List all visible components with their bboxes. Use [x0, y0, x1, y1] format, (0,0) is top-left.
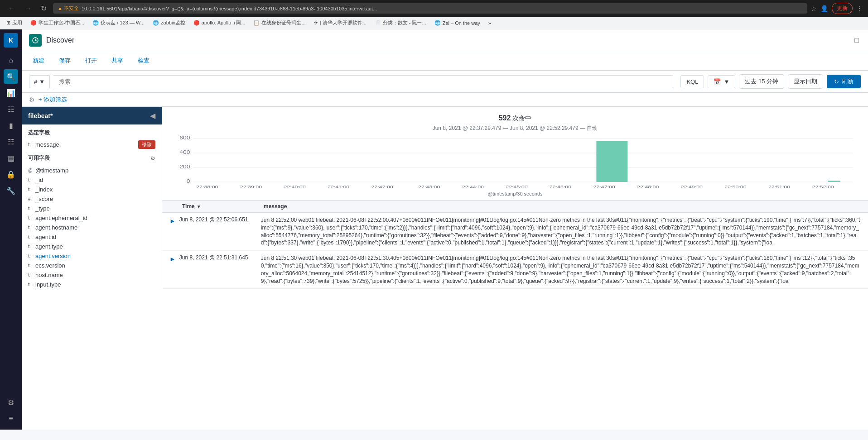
kibana-topbar: Discover □ — [22, 29, 868, 51]
sidenav-devtools[interactable]: 🔧 — [4, 183, 18, 198]
table-row: ► Jun 8, 2021 @ 22:51:31.645 Jun 8 22:51… — [162, 251, 868, 289]
field-name-index: _index — [35, 186, 155, 193]
bookmark-8[interactable]: 🌐 Zal – On the way — [432, 19, 483, 27]
topbar-icon-btn[interactable]: □ — [853, 34, 861, 46]
field-type-id: t — [28, 177, 33, 182]
svg-text:0: 0 — [187, 179, 190, 184]
field-type-ecs: t — [28, 263, 33, 268]
histogram-title: 592 次命中 — [171, 114, 859, 123]
back-button[interactable]: ← — [5, 4, 18, 14]
sidenav-canvas[interactable]: ▮ — [4, 118, 18, 133]
sidenav-security[interactable]: 🔒 — [4, 167, 18, 182]
result-timestamp: Jun 8, 2021 @ 22:51:31.645 — [179, 254, 261, 261]
refresh-button[interactable]: ↻ 刷新 — [827, 75, 861, 88]
inspect-button[interactable]: 检查 — [134, 55, 153, 67]
share-button[interactable]: 共享 — [108, 55, 127, 67]
col-message-header[interactable]: message — [264, 203, 861, 210]
more-bookmarks[interactable]: » — [486, 19, 494, 27]
available-field-index[interactable]: t _index — [22, 185, 162, 194]
available-fields-settings-icon[interactable]: ⚙ — [150, 155, 155, 162]
search-input[interactable] — [53, 75, 673, 88]
search-type-symbol: # — [34, 78, 37, 85]
kibana-logo[interactable]: K — [4, 33, 18, 48]
kql-button[interactable]: KQL — [680, 75, 704, 88]
sidenav-discover[interactable]: 🔍 — [4, 69, 18, 84]
apps-bookmark[interactable]: ⊞ 应用 — [4, 19, 25, 27]
sidenav-metrics[interactable]: ▤ — [4, 151, 18, 165]
sidenav-maps[interactable]: ☷ — [4, 134, 18, 149]
expand-row-button[interactable]: ► — [169, 254, 176, 263]
search-type-button[interactable]: # ▼ — [29, 75, 50, 88]
available-field-timestamp[interactable]: @ @timestamp — [22, 166, 162, 175]
expand-row-button[interactable]: ► — [169, 216, 176, 225]
sidenav-visualize[interactable]: 📊 — [4, 86, 18, 100]
searchbar: # ▼ KQL 📅 ▼ 过去 15 分钟 显示日期 ↻ 刷新 — [22, 71, 868, 93]
bookmark-2[interactable]: 🌐 仪表盘 ‹ 123 — W... — [90, 19, 147, 27]
sort-arrow-icon: ▼ — [197, 204, 201, 209]
available-field-agent-id[interactable]: t agent.id — [22, 232, 162, 242]
table-row: ► Jun 8, 2021 @ 22:52:06.651 Jun 8 22:52… — [162, 213, 868, 251]
field-type-timestamp: @ — [28, 168, 33, 173]
field-name-agent-version: agent.version — [35, 253, 155, 259]
available-field-score[interactable]: # _score — [22, 194, 162, 204]
forward-button[interactable]: → — [22, 4, 34, 14]
available-field-agent-type[interactable]: t agent.type — [22, 242, 162, 251]
svg-text:22:41:00: 22:41:00 — [328, 185, 349, 189]
hit-count: 592 — [499, 114, 511, 122]
col-time-header[interactable]: Time ▼ — [182, 203, 264, 210]
add-filter-button[interactable]: + 添加筛选 — [39, 96, 67, 104]
reload-button[interactable]: ↻ — [38, 3, 49, 14]
available-field-host-name[interactable]: t host.name — [22, 270, 162, 280]
available-field-agent-version[interactable]: t agent.version — [22, 251, 162, 261]
date-picker-button[interactable]: 📅 ▼ — [708, 75, 735, 88]
menu-dots-button[interactable]: ⋮ — [856, 5, 863, 12]
field-name-ephemeral-id: agent.ephemeral_id — [35, 215, 155, 221]
filter-settings-button[interactable]: ⚙ — [29, 96, 35, 103]
available-field-agent-ephemeral-id[interactable]: t agent.ephemeral_id — [22, 213, 162, 223]
bookmark-4[interactable]: 🔴 apollo: Apollo（阿... — [191, 19, 248, 27]
bookmark-3[interactable]: 🌐 zabbix监控 — [150, 19, 188, 27]
results-area[interactable]: Time ▼ message ► Jun 8, 2021 @ 22:52:06.… — [162, 201, 868, 430]
show-date-button[interactable]: 显示日期 — [788, 74, 823, 89]
bookmark-1[interactable]: 🔴 学生工作室-中国石... — [28, 19, 87, 27]
field-name-type: _type — [35, 205, 155, 212]
new-button[interactable]: 新建 — [29, 55, 48, 67]
field-type-agent-id: t — [28, 234, 33, 239]
refresh-label: 刷新 — [842, 77, 854, 86]
sidenav-home[interactable]: ⌂ — [4, 53, 18, 67]
field-name-host: host.name — [35, 272, 155, 278]
histogram-svg: 600 400 200 0 — [171, 136, 859, 190]
sidebar-collapse-button[interactable]: ◀ — [150, 111, 155, 120]
field-name-ecs-version: ecs.version — [35, 262, 155, 269]
bookmark-button[interactable]: ☆ — [811, 5, 817, 12]
selected-fields-title: 选定字段 — [22, 124, 162, 139]
discover-app-icon — [29, 34, 42, 47]
content-area: filebeat* ◀ 选定字段 t message 移除 可用字段 ⚙ @ — [22, 107, 868, 430]
histogram-container: 592 次命中 Jun 8, 2021 @ 22:37:29.479 — Jun… — [162, 107, 868, 201]
address-bar[interactable]: ▲ 不安全 10.0.0.161:5601/app/kibana#/discov… — [53, 3, 807, 14]
sidenav-settings[interactable]: ⚙ — [4, 395, 18, 410]
filterbar: ⚙ + 添加筛选 — [22, 93, 868, 107]
bookmark-6[interactable]: ✈ | 清华大学开源软件... — [311, 19, 369, 27]
open-button[interactable]: 打开 — [82, 55, 101, 67]
browser-actions: ☆ 👤 更新 ⋮ — [811, 3, 863, 14]
available-field-ecs-version[interactable]: t ecs.version — [22, 261, 162, 270]
available-field-agent-hostname[interactable]: t agent.hostname — [22, 223, 162, 232]
available-field-id[interactable]: t _id — [22, 175, 162, 185]
svg-text:22:40:00: 22:40:00 — [284, 185, 305, 189]
remove-field-button[interactable]: 移除 — [138, 140, 155, 149]
field-type-type: t — [28, 206, 33, 211]
kibana-app: K ⌂ 🔍 📊 ☷ ▮ ☷ ▤ 🔒 🔧 ⚙ ≡ Discover □ 新建 保存… — [0, 29, 868, 430]
update-button[interactable]: 更新 — [832, 3, 853, 14]
histogram-bar — [596, 141, 627, 182]
available-field-type[interactable]: t _type — [22, 204, 162, 213]
sidenav-more[interactable]: ≡ — [4, 411, 18, 426]
available-field-input-type[interactable]: t input.type — [22, 280, 162, 289]
account-button[interactable]: 👤 — [820, 5, 828, 12]
field-type-score: # — [28, 196, 33, 201]
sidenav-dashboard[interactable]: ☷ — [4, 102, 18, 116]
bookmark-5[interactable]: 📋 在线身份证号码生... — [251, 19, 308, 27]
bookmark-7[interactable]: 🦷 分类：散文 - 阮一... — [372, 19, 429, 27]
save-button[interactable]: 保存 — [55, 55, 74, 67]
svg-text:22:43:00: 22:43:00 — [418, 185, 440, 189]
